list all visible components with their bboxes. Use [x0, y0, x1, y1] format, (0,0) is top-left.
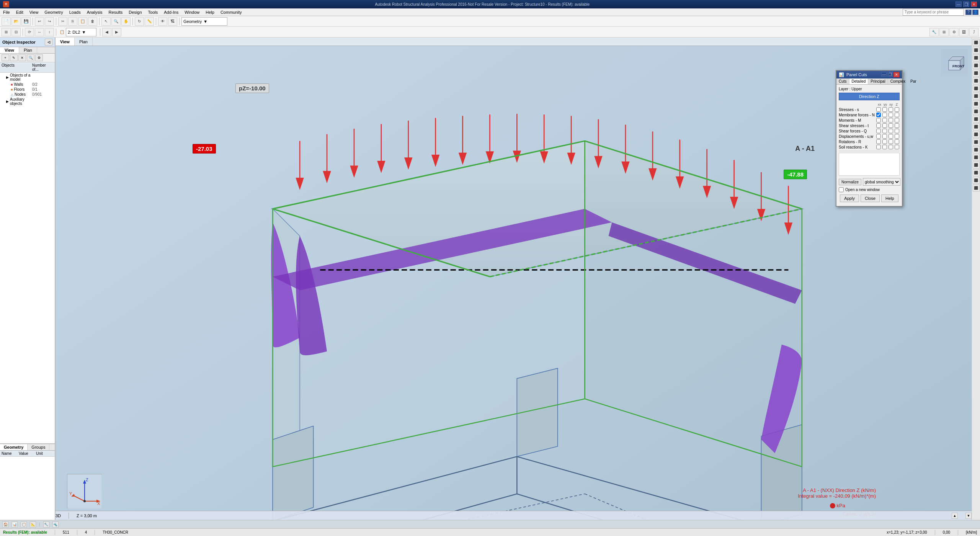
stress-t-xx[interactable]	[876, 123, 881, 128]
right-icon-16[interactable]: ⬛	[973, 154, 980, 161]
render-btn[interactable]: 🖼	[959, 28, 969, 36]
right-icon-17[interactable]: ⬛	[973, 162, 980, 168]
right-icon-14[interactable]: ⬛	[973, 139, 980, 145]
menu-help[interactable]: Help	[203, 8, 217, 16]
tb2-btn3[interactable]: ⟳	[25, 28, 34, 36]
dialog-restore-btn[interactable]: ❐	[887, 72, 893, 77]
stress-s-xx[interactable]	[876, 107, 881, 112]
btab-geometry[interactable]: Geometry	[0, 444, 28, 450]
nav-btn1[interactable]: 🏠	[2, 521, 8, 528]
redo-btn[interactable]: ↪	[45, 17, 54, 26]
stress-m-xx[interactable]	[876, 118, 881, 123]
rotate-btn[interactable]: ↻	[135, 17, 144, 26]
save-btn[interactable]: 💾	[21, 17, 31, 26]
right-icon-10[interactable]: ⬛	[973, 108, 980, 115]
menu-community[interactable]: Community	[217, 8, 245, 16]
right-icon-7[interactable]: ⬛	[973, 85, 980, 92]
right-icon-1[interactable]: ⬛	[973, 39, 980, 46]
smoothing-select[interactable]: global smoothing local smoothing none	[863, 178, 900, 186]
right-icon-3[interactable]: ⬛	[973, 54, 980, 61]
right-icon-9[interactable]: ⬛	[973, 100, 980, 107]
stress-k-yy[interactable]	[882, 145, 887, 149]
stress-k-xy[interactable]	[889, 145, 893, 149]
load-case-dropdown[interactable]: 2: DL2 ▼	[66, 28, 96, 36]
stress-s-z[interactable]	[895, 107, 899, 112]
snap-btn[interactable]: 🔧	[929, 28, 939, 36]
stress-t-yy[interactable]	[882, 123, 887, 128]
dtab-complex[interactable]: Complex	[888, 78, 908, 84]
vp-nav-down[interactable]: ▼	[965, 513, 972, 519]
display-btn[interactable]: 👁	[158, 17, 167, 26]
stress-s-xy[interactable]	[889, 107, 893, 112]
right-icon-6[interactable]: ⬛	[973, 77, 980, 84]
tb2-btn4[interactable]: ↔	[35, 28, 44, 36]
right-icon-15[interactable]: ⬛	[973, 146, 980, 153]
inspector-tb-btn4[interactable]: 🔍	[27, 54, 34, 61]
menu-design[interactable]: Design	[126, 8, 145, 16]
menu-addins[interactable]: Add-Ins	[161, 8, 181, 16]
tree-row-model[interactable]: ▶ Objects of a model	[0, 73, 55, 82]
right-icon-13[interactable]: ⬛	[973, 131, 980, 138]
stress-u-xx[interactable]	[876, 134, 881, 139]
viewport[interactable]: View Plan	[56, 38, 972, 520]
dtab-cuts[interactable]: Cuts	[836, 78, 849, 84]
search-input[interactable]	[903, 9, 964, 16]
pan-btn[interactable]: ✋	[121, 17, 131, 26]
stress-q-xx[interactable]	[876, 129, 881, 133]
dtab-principal[interactable]: Principal	[868, 78, 888, 84]
dtab-par[interactable]: Par	[908, 78, 919, 84]
stress-m-xy[interactable]	[889, 118, 893, 123]
tb2-btn7[interactable]: ▶	[112, 28, 121, 36]
apply-button[interactable]: Apply	[840, 194, 859, 202]
view-dropdown[interactable]: Geometry ▼	[181, 17, 227, 26]
stress-m-z[interactable]	[895, 118, 899, 123]
stress-n-yy[interactable]	[882, 113, 887, 117]
inspector-tb-btn3[interactable]: ✕	[18, 54, 26, 61]
model-btn[interactable]: 🏗	[168, 17, 177, 26]
minimize-button[interactable]: —	[956, 2, 962, 7]
nav-btn3[interactable]: 📋	[21, 521, 27, 528]
stress-n-xx[interactable]	[876, 113, 881, 117]
tree-row-floors[interactable]: ■ Floors 0/1	[0, 87, 55, 92]
close-button[interactable]: ✕	[971, 2, 977, 7]
right-icon-5[interactable]: ⬛	[973, 70, 980, 77]
stress-t-xy[interactable]	[889, 123, 893, 128]
open-window-checkbox[interactable]	[839, 187, 844, 192]
stress-q-xy[interactable]	[889, 129, 893, 133]
open-btn[interactable]: 📂	[11, 17, 21, 26]
menu-file[interactable]: File	[0, 8, 13, 16]
menu-edit[interactable]: Edit	[13, 8, 26, 16]
tree-row-auxiliary[interactable]: ▶ Auxiliary objects	[0, 97, 55, 106]
stress-n-xy[interactable]	[889, 113, 893, 117]
stress-s-yy[interactable]	[882, 107, 887, 112]
new-btn[interactable]: 📄	[2, 17, 11, 26]
close-dialog-button[interactable]: Close	[861, 194, 880, 202]
vtab-plan[interactable]: Plan	[75, 38, 93, 46]
menu-window[interactable]: Window	[181, 8, 203, 16]
stress-u-yy[interactable]	[882, 134, 887, 139]
user-icon[interactable]: 👤	[972, 10, 978, 15]
direction-btn[interactable]: Direction Z	[839, 93, 900, 100]
undo-btn[interactable]: ↩	[35, 17, 44, 26]
nav-btn5[interactable]: 🔧	[43, 521, 49, 528]
cut-btn[interactable]: ✂	[58, 17, 67, 26]
vp-nav-up[interactable]: ▲	[952, 513, 958, 519]
stress-r-xy[interactable]	[889, 139, 893, 144]
dialog-minimize-btn[interactable]: —	[881, 72, 887, 77]
inspector-tb-btn5[interactable]: ⚙	[35, 54, 43, 61]
stress-m-yy[interactable]	[882, 118, 887, 123]
stress-r-xx[interactable]	[876, 139, 881, 144]
btab-groups[interactable]: Groups	[28, 444, 49, 450]
right-icon-19[interactable]: ⬛	[973, 177, 980, 184]
normalize-btn[interactable]: Normalize	[839, 179, 861, 185]
stress-q-yy[interactable]	[882, 129, 887, 133]
stress-r-z[interactable]	[895, 139, 899, 144]
menu-results[interactable]: Results	[106, 8, 126, 16]
stress-r-yy[interactable]	[882, 139, 887, 144]
nav-btn2[interactable]: 📊	[11, 521, 18, 528]
dtab-detailed[interactable]: Detailed	[849, 78, 869, 84]
menu-geometry[interactable]: Geometry	[41, 8, 66, 16]
right-icon-18[interactable]: ⬛	[973, 169, 980, 176]
inspector-collapse-btn[interactable]: ◁	[45, 39, 52, 46]
grid-btn[interactable]: ⊞	[939, 28, 949, 36]
